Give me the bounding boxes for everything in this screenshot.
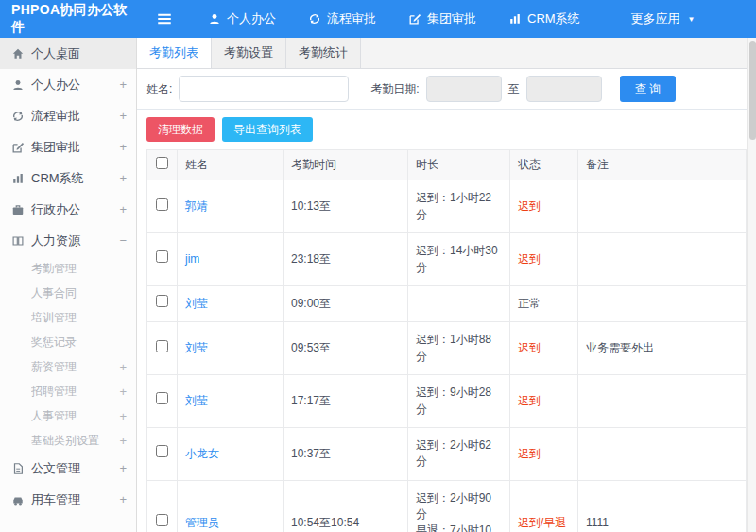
employee-name-link[interactable]: 刘莹	[185, 297, 208, 310]
sidebar-item[interactable]: 用车管理 +	[0, 484, 136, 515]
date-from-input[interactable]	[426, 76, 502, 102]
employee-name-link[interactable]: 郭靖	[185, 199, 208, 213]
expand-toggle-icon[interactable]: +	[119, 409, 127, 423]
topnav-item[interactable]: 流程审批	[296, 0, 396, 38]
topnav-item[interactable]: 更多应用 ▼	[600, 0, 708, 38]
tab-bar: 考勤列表 考勤设置 考勤统计	[137, 38, 756, 69]
sidebar-item-label: 人力资源	[31, 232, 119, 249]
export-list-button[interactable]: 导出查询列表	[222, 117, 313, 142]
table-row: 小龙女 10:37至 迟到：2小时62分 迟到	[147, 427, 747, 480]
scrollbar-thumb[interactable]	[749, 41, 756, 140]
sidebar-item-label: 培训管理	[31, 310, 127, 326]
attendance-time: 10:54至10:54	[284, 480, 408, 532]
row-checkbox[interactable]	[156, 340, 168, 352]
expand-toggle-icon[interactable]: +	[119, 461, 127, 475]
sidebar-item[interactable]: 人力资源 −	[0, 225, 136, 256]
top-navigation: 个人办公 流程审批 集团审批 CRM系统	[196, 0, 708, 38]
topnav-item[interactable]: CRM系统	[496, 0, 600, 38]
employee-name-link[interactable]: 刘莹	[185, 394, 208, 407]
attendance-time: 23:18至	[284, 233, 408, 286]
duration: 迟到：9小时28分	[408, 375, 510, 428]
sidebar-item-label: 流程审批	[31, 108, 119, 125]
expand-toggle-icon[interactable]: +	[119, 171, 127, 185]
duration: 迟到：2小时90分 早退：7小时10分	[408, 480, 510, 532]
row-checkbox[interactable]	[156, 198, 168, 211]
menu-icon[interactable]	[143, 0, 186, 38]
flow-icon	[11, 110, 31, 123]
sidebar-item[interactable]: 考勤管理	[0, 256, 136, 281]
search-button[interactable]: 查 询	[620, 76, 676, 102]
table-row: 刘莹 09:00至 正常	[147, 285, 747, 321]
sidebar-item[interactable]: 流程审批 +	[0, 100, 136, 131]
name-input[interactable]	[179, 76, 349, 102]
sidebar-item[interactable]: 基础类别设置 +	[0, 428, 136, 453]
employee-name-link[interactable]: 刘莹	[185, 341, 208, 354]
status-text: 迟到/早退	[518, 516, 566, 529]
expand-toggle-icon[interactable]: −	[119, 233, 127, 248]
sidebar-item[interactable]: 个人办公 +	[0, 69, 136, 100]
column-header: 时长	[408, 150, 510, 180]
expand-toggle-icon[interactable]: +	[119, 434, 127, 448]
duration: 迟到：1小时88分	[408, 322, 510, 375]
topnav-item[interactable]: 集团审批	[396, 0, 496, 38]
topnav-item-label: 流程审批	[327, 10, 376, 27]
sidebar-item[interactable]: CRM系统 +	[0, 163, 136, 194]
expand-toggle-icon[interactable]: +	[119, 140, 127, 154]
topnav-item-label: 集团审批	[427, 10, 476, 27]
tab[interactable]: 考勤设置	[212, 38, 286, 68]
action-bar: 清理数据 导出查询列表	[137, 110, 756, 149]
employee-name-link[interactable]: 管理员	[185, 516, 219, 529]
filter-bar: 姓名: 考勤日期: 至 查 询	[137, 69, 756, 110]
employee-name-link[interactable]: jim	[185, 252, 199, 266]
status-text: 迟到	[518, 199, 541, 213]
row-checkbox[interactable]	[156, 250, 168, 263]
row-checkbox[interactable]	[156, 445, 168, 457]
sidebar-item[interactable]: 奖惩记录	[0, 330, 136, 354]
sidebar-item[interactable]: 集团审批 +	[0, 131, 136, 163]
sidebar-item[interactable]: 薪资管理 +	[0, 354, 136, 379]
status-text: 迟到	[518, 252, 541, 266]
table-row: 刘莹 17:17至 迟到：9小时28分 迟到	[147, 375, 747, 428]
date-to-input[interactable]	[526, 76, 602, 102]
row-checkbox[interactable]	[156, 295, 168, 307]
duration: 迟到：2小时62分	[408, 427, 510, 480]
table-row: 郭靖 10:13至 迟到：1小时22分 迟到	[147, 180, 747, 233]
expand-toggle-icon[interactable]: +	[119, 385, 127, 399]
expand-toggle-icon[interactable]: +	[119, 77, 127, 92]
sidebar-item[interactable]: 行政办公 +	[0, 194, 136, 225]
note	[578, 427, 747, 480]
sidebar-item[interactable]: 人事合同	[0, 281, 136, 305]
doc-icon	[11, 462, 31, 475]
scrollbar[interactable]	[747, 38, 756, 532]
sidebar-item[interactable]: 培训管理	[0, 305, 136, 330]
select-all-checkbox[interactable]	[156, 157, 168, 169]
employee-name-link[interactable]: 小龙女	[185, 447, 219, 460]
row-checkbox[interactable]	[156, 514, 168, 526]
expand-toggle-icon[interactable]: +	[119, 360, 127, 374]
clean-data-button[interactable]: 清理数据	[146, 117, 215, 142]
attendance-table: 姓名 考勤时间 时长 状态 备注	[146, 149, 747, 532]
sidebar-item[interactable]: 招聘管理 +	[0, 379, 136, 403]
briefcase-icon	[11, 203, 31, 216]
tab[interactable]: 考勤列表	[137, 38, 212, 68]
sidebar-item[interactable]: 人事管理 +	[0, 403, 136, 428]
row-checkbox[interactable]	[156, 392, 168, 404]
topnav-item-label: CRM系统	[527, 10, 580, 27]
sidebar-item-label: 集团审批	[31, 139, 119, 156]
sidebar-item[interactable]: 个人桌面	[0, 38, 136, 69]
note	[578, 285, 747, 321]
home-icon	[11, 47, 31, 60]
expand-toggle-icon[interactable]: +	[119, 492, 127, 506]
topnav-item[interactable]: 个人办公	[196, 0, 296, 38]
sidebar-item-label: 用车管理	[31, 491, 119, 508]
topnav-item-label: 更多应用	[631, 10, 680, 27]
book-icon	[11, 234, 31, 248]
expand-toggle-icon[interactable]: +	[119, 202, 127, 216]
sidebar-item[interactable]: 公文管理 +	[0, 453, 136, 484]
edit-icon	[408, 12, 421, 26]
to-label: 至	[508, 81, 520, 97]
attendance-time: 09:53至	[284, 322, 408, 375]
expand-toggle-icon[interactable]: +	[119, 109, 127, 123]
tab[interactable]: 考勤统计	[286, 38, 361, 68]
user-icon	[208, 12, 221, 26]
